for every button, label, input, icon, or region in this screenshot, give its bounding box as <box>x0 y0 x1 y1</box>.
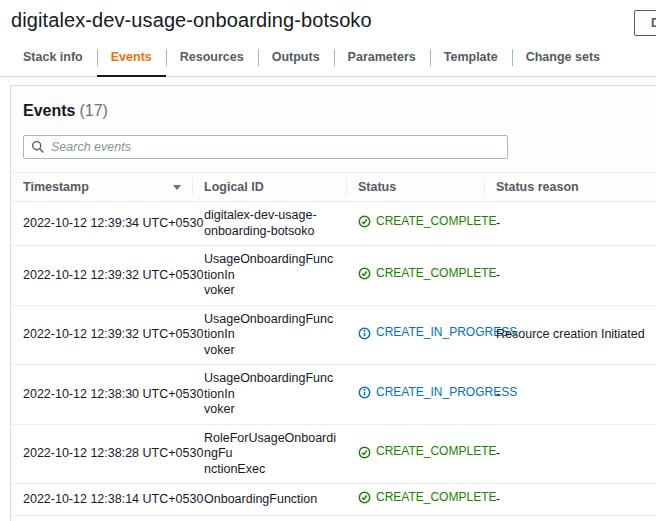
event-timestamp: 2022-10-12 12:39:34 UTC+0530 <box>11 202 192 246</box>
event-row: 2022-10-12 12:38:14 UTC+0530 OnboardingF… <box>11 484 656 516</box>
event-row: 2022-10-12 12:39:32 UTC+0530 UsageOnboar… <box>11 305 656 365</box>
tab-stack-info[interactable]: Stack info <box>9 40 97 76</box>
tab-bar: Stack infoEventsResourcesOutputsParamete… <box>0 40 656 77</box>
column-header-timestamp[interactable]: Timestamp <box>11 173 192 202</box>
event-status-reason: - <box>484 424 656 484</box>
tab-resources[interactable]: Resources <box>166 40 258 76</box>
column-header-status: Status <box>346 173 484 202</box>
event-timestamp: 2022-10-12 12:38:14 UTC+0530 <box>11 484 192 516</box>
page-title: digitalex-dev-usage-onboarding-botsoko <box>11 9 644 32</box>
tab-events[interactable]: Events <box>97 40 166 77</box>
event-status-label: CREATE_COMPLETE <box>376 214 496 230</box>
events-table-header-row: Timestamp Logical ID Status Status reaso… <box>11 173 656 202</box>
column-header-timestamp-label: Timestamp <box>23 180 89 194</box>
event-row: 2022-10-12 12:39:32 UTC+0530 UsageOnboar… <box>11 246 656 306</box>
tab-outputs[interactable]: Outputs <box>258 40 334 76</box>
column-header-logical-id: Logical ID <box>192 173 346 202</box>
cloudformation-stack-page: digitalex-dev-usage-onboarding-botsoko D… <box>0 0 656 521</box>
event-timestamp: 2022-10-12 12:39:32 UTC+0530 <box>11 305 192 365</box>
status-success-icon <box>358 446 371 459</box>
event-status: CREATE_COMPLETE <box>358 490 496 506</box>
event-row: 2022-10-12 12:39:34 UTC+0530 digitalex-d… <box>11 202 656 246</box>
event-logical-id: UsageOnboardingFunctionIn voker <box>192 365 346 425</box>
tab-template[interactable]: Template <box>430 40 512 76</box>
status-in-progress-icon <box>358 327 371 340</box>
event-logical-id: RoleForUsageOnboardingFu nctionExec <box>192 424 346 484</box>
search-box <box>23 135 508 159</box>
event-row: 2022-10-12 12:38:28 UTC+0530 RoleForUsag… <box>11 424 656 484</box>
events-count: (17) <box>79 102 107 119</box>
events-panel-header: Events(17) <box>11 86 656 172</box>
events-title: Events(17) <box>23 102 656 120</box>
status-in-progress-icon <box>358 386 371 399</box>
tab-change-sets[interactable]: Change sets <box>512 40 614 76</box>
tab-parameters[interactable]: Parameters <box>334 40 430 76</box>
page-header: digitalex-dev-usage-onboarding-botsoko D… <box>0 0 656 36</box>
event-status: CREATE_COMPLETE <box>358 444 496 460</box>
events-table: Timestamp Logical ID Status Status reaso… <box>11 172 656 521</box>
events-title-label: Events <box>23 102 75 119</box>
event-status-reason: - <box>484 484 656 516</box>
event-timestamp: 2022-10-12 12:38:28 UTC+0530 <box>11 424 192 484</box>
event-status-reason: Resource creation Initiated <box>484 305 656 365</box>
events-table-body: 2022-10-12 12:39:34 UTC+0530 digitalex-d… <box>11 202 656 521</box>
event-status: CREATE_COMPLETE <box>358 214 496 230</box>
event-logical-id: OnboardingFunction <box>192 515 346 521</box>
event-status: CREATE_IN_PROGRESS <box>358 385 517 401</box>
event-logical-id: OnboardingFunction <box>192 484 346 516</box>
search-icon <box>31 140 45 154</box>
event-status-label: CREATE_COMPLETE <box>376 266 496 282</box>
event-timestamp: 2022-10-12 12:39:32 UTC+0530 <box>11 246 192 306</box>
event-logical-id: UsageOnboardingFunctionIn voker <box>192 305 346 365</box>
event-status-label: CREATE_COMPLETE <box>376 490 496 506</box>
event-status-label: CREATE_COMPLETE <box>376 444 496 460</box>
event-status-reason: - <box>484 202 656 246</box>
event-status-reason: Resource creation Initiated <box>484 515 656 521</box>
event-timestamp: 2022-10-12 12:38:30 UTC+0530 <box>11 365 192 425</box>
sort-descending-icon[interactable] <box>172 182 182 192</box>
event-timestamp: 2022-10-12 12:38:08 UTC+0530 <box>11 515 192 521</box>
events-panel: Events(17) Timestamp <box>10 85 656 521</box>
search-input[interactable] <box>24 136 507 158</box>
status-success-icon <box>358 267 371 280</box>
event-status: CREATE_COMPLETE <box>358 266 496 282</box>
status-success-icon <box>358 491 371 504</box>
event-status: CREATE_IN_PROGRESS <box>358 325 517 341</box>
event-row: 2022-10-12 12:38:08 UTC+0530 OnboardingF… <box>11 515 656 521</box>
delete-button[interactable]: Delete <box>634 10 656 36</box>
event-status-reason: - <box>484 246 656 306</box>
event-logical-id: UsageOnboardingFunctionIn voker <box>192 246 346 306</box>
event-logical-id: digitalex-dev-usage- onboarding-botsoko <box>192 202 346 246</box>
column-header-status-reason: Status reason <box>484 173 656 202</box>
event-row: 2022-10-12 12:38:30 UTC+0530 UsageOnboar… <box>11 365 656 425</box>
status-success-icon <box>358 215 371 228</box>
